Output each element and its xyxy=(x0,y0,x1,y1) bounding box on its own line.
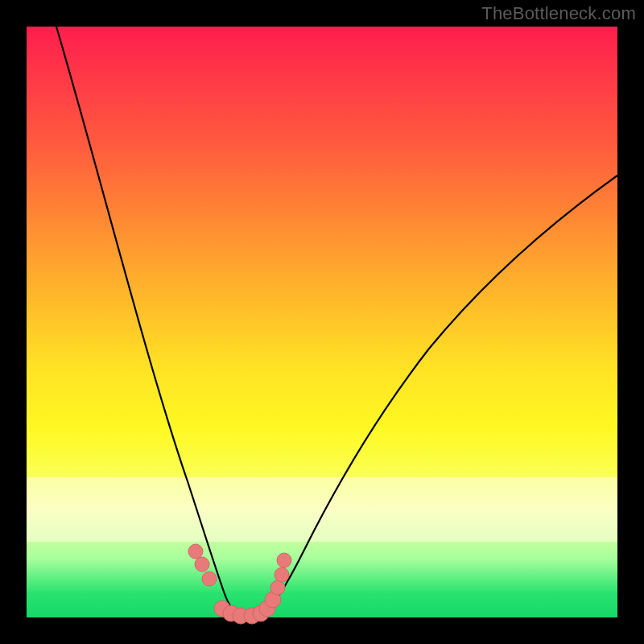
marker-dot xyxy=(270,580,285,595)
marker-group xyxy=(188,544,291,624)
chart-frame: TheBottleneck.com xyxy=(0,0,644,644)
marker-dot xyxy=(188,544,203,559)
marker-dot xyxy=(202,572,217,586)
marker-dot xyxy=(195,557,209,572)
marker-dot xyxy=(277,553,291,568)
watermark-text: TheBottleneck.com xyxy=(481,3,636,24)
marker-dot xyxy=(275,568,289,582)
chart-svg xyxy=(27,27,617,617)
right-branch-curve xyxy=(263,175,617,614)
curve-group xyxy=(56,27,617,616)
plot-area xyxy=(27,27,617,617)
left-branch-curve xyxy=(56,27,237,614)
